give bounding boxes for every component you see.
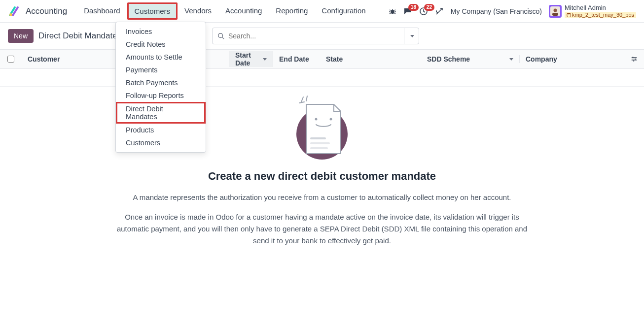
svg-point-7 <box>218 33 223 38</box>
dropdown-batch-payments[interactable]: Batch Payments <box>116 76 206 89</box>
table-header: Customer Start Date End Date State SDD S… <box>0 49 644 69</box>
app-logo-icon[interactable] <box>8 5 20 17</box>
topbar: Accounting Dashboard Customers Vendors A… <box>0 0 644 23</box>
messages-icon[interactable]: 18 <box>403 7 412 16</box>
company-selector[interactable]: My Company (San Francisco) <box>451 7 542 15</box>
svg-point-0 <box>9 13 12 16</box>
dropdown-credit-notes[interactable]: Credit Notes <box>116 38 206 51</box>
control-panel: New Direct Debit Mandate <box>0 23 644 49</box>
svg-point-10 <box>633 60 635 62</box>
empty-title: Create a new direct debit customer manda… <box>100 170 544 183</box>
svg-rect-14 <box>310 137 326 139</box>
app-name[interactable]: Accounting <box>26 6 67 16</box>
svg-rect-16 <box>310 147 328 149</box>
user-text: Mitchell Admin kmp_2_test_may_30_pos <box>565 4 636 18</box>
svg-point-8 <box>632 57 634 58</box>
caret-down-icon <box>410 35 414 37</box>
chevron-down-icon <box>509 58 513 61</box>
dropdown-follow-up-reports[interactable]: Follow-up Reports <box>116 89 206 102</box>
col-end-date[interactable]: End Date <box>273 55 320 63</box>
breadcrumb: Direct Debit Mandate <box>38 31 117 41</box>
new-button[interactable]: New <box>8 29 34 43</box>
customers-dropdown: Invoices Credit Notes Amounts to Settle … <box>115 22 206 153</box>
table-body <box>0 69 644 87</box>
searchbar <box>212 28 419 44</box>
tools-icon[interactable] <box>435 7 444 16</box>
dropdown-direct-debit-mandates[interactable]: Direct Debit Mandates <box>116 102 206 124</box>
user-db: kmp_2_test_may_30_pos <box>565 12 636 18</box>
column-options[interactable] <box>624 56 644 63</box>
svg-point-1 <box>391 10 394 14</box>
topbar-right: 18 22 My Company (San Francisco) Mitchel… <box>389 4 636 18</box>
nav-reporting[interactable]: Reporting <box>269 2 315 20</box>
svg-rect-5 <box>552 13 558 16</box>
messages-badge: 18 <box>408 4 419 11</box>
activities-badge: 22 <box>424 4 434 11</box>
empty-paragraph-1: A mandate represents the authorization y… <box>100 192 544 203</box>
main-nav: Dashboard Customers Vendors Accounting R… <box>77 2 372 20</box>
nav-vendors[interactable]: Vendors <box>178 2 218 20</box>
table-row <box>0 69 644 87</box>
dropdown-invoices[interactable]: Invoices <box>116 25 206 38</box>
svg-point-4 <box>554 8 557 12</box>
dropdown-products[interactable]: Products <box>116 124 206 136</box>
dropdown-amounts-to-settle[interactable]: Amounts to Settle <box>116 51 206 64</box>
empty-paragraph-2: Once an invoice is made in Odoo for a cu… <box>100 211 544 247</box>
sliders-icon <box>631 56 638 63</box>
svg-point-13 <box>330 118 332 121</box>
svg-point-9 <box>635 59 636 60</box>
col-start-date[interactable]: Start Date <box>229 51 273 67</box>
dropdown-customers[interactable]: Customers <box>116 136 206 149</box>
nav-configuration[interactable]: Configuration <box>315 2 372 20</box>
nav-dashboard[interactable]: Dashboard <box>77 2 127 20</box>
user-menu[interactable]: Mitchell Admin kmp_2_test_may_30_pos <box>549 4 636 18</box>
col-sdd-scheme[interactable]: SDD Scheme <box>421 55 520 63</box>
bug-icon[interactable] <box>389 7 396 15</box>
nav-accounting[interactable]: Accounting <box>218 2 269 20</box>
user-name: Mitchell Admin <box>565 4 636 12</box>
search-icon <box>217 32 224 39</box>
search-input[interactable] <box>228 32 399 40</box>
activities-icon[interactable]: 22 <box>419 7 428 16</box>
database-icon <box>567 13 571 17</box>
col-company[interactable]: Company <box>520 55 624 63</box>
col-state[interactable]: State <box>320 55 421 63</box>
search-options-toggle[interactable] <box>404 28 419 44</box>
nav-customers[interactable]: Customers <box>127 2 178 20</box>
select-all-checkbox[interactable] <box>0 56 22 63</box>
svg-point-12 <box>315 118 318 121</box>
dropdown-payments[interactable]: Payments <box>116 64 206 76</box>
svg-rect-15 <box>310 142 330 144</box>
avatar-icon <box>549 5 562 18</box>
empty-illustration-icon <box>292 92 352 161</box>
sort-desc-icon <box>263 58 267 61</box>
svg-point-6 <box>567 13 571 14</box>
